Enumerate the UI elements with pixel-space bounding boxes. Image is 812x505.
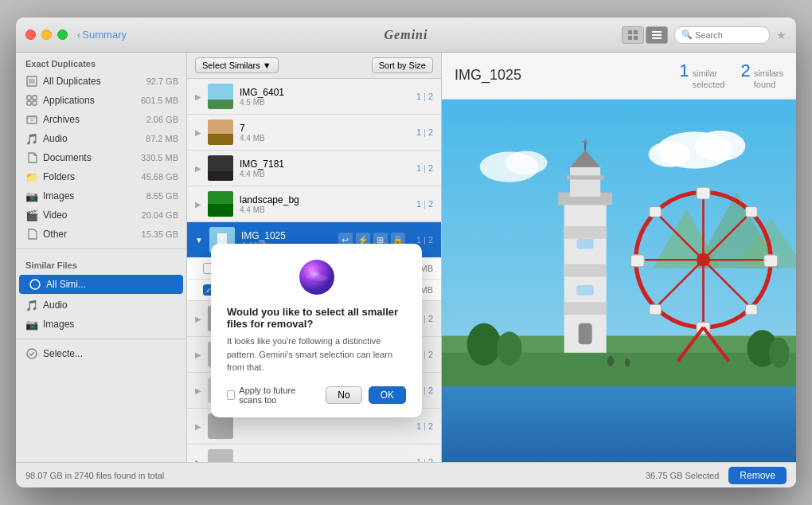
file-num2[interactable]: 2 [428, 235, 433, 245]
svg-rect-14 [33, 101, 37, 105]
images-similar-label: Images [43, 319, 178, 330]
sidebar-item-all-duplicates[interactable]: All Duplicates 92.7 GB [16, 72, 186, 91]
file-info-img7181: IMG_7181 4.4 MB [240, 159, 410, 178]
preview-stats: 1 similar selected 2 similars found [679, 61, 783, 91]
dialog-title: Would you like to select all smaller fil… [227, 306, 406, 330]
sidebar-item-audio-similar[interactable]: 🎵 Audio [16, 296, 186, 315]
archives-size: 2.06 GB [146, 115, 178, 124]
list-view-button[interactable] [646, 26, 668, 44]
middle-panel: Select Similars ▼ Sort by Size ▶ [187, 53, 442, 462]
svg-rect-16 [27, 116, 37, 119]
audio-size: 87.2 MB [146, 134, 178, 143]
file-num1[interactable]: 1 [416, 163, 421, 173]
all-duplicates-icon [25, 75, 38, 88]
file-num2[interactable]: 2 [428, 199, 433, 209]
file-num1[interactable]: 1 [416, 127, 421, 137]
sidebar-item-all-similar[interactable]: All Simi... [19, 275, 183, 294]
traffic-lights [25, 29, 68, 40]
svg-rect-66 [764, 254, 778, 266]
apply-future-scans-label: Apply to future scans too [239, 386, 319, 405]
sidebar-item-selected[interactable]: Selecte... [16, 344, 186, 363]
dialog-ok-button[interactable]: OK [369, 386, 406, 404]
file-info-img6401: IMG_6401 4.5 MB [240, 87, 410, 107]
file-thumbnail-7 [208, 119, 233, 145]
svg-point-34 [695, 131, 746, 161]
stat-label-1: similar selected [692, 68, 724, 91]
svg-rect-67 [650, 206, 662, 217]
file-group-header-img6401[interactable]: ▶ IMG_6401 4.5 MB 1 | 2 [187, 79, 441, 114]
file-size-7: 4.4 MB [240, 134, 410, 143]
exact-duplicates-label: Exact Duplicates [16, 53, 186, 72]
file-nums-extra4: 1 | 2 [416, 421, 433, 431]
sidebar-item-other[interactable]: Other 15.35 GB [16, 225, 186, 244]
svg-rect-47 [564, 302, 607, 315]
sidebar-item-audio[interactable]: 🎵 Audio 87.2 MB [16, 129, 186, 148]
file-group-header-7[interactable]: ▶ 7 4.4 MB 1 | 2 [187, 115, 441, 150]
file-nums-img6401: 1 | 2 [416, 92, 433, 101]
other-label: Other [43, 229, 137, 240]
file-group-img7181: ▶ IMG_7181 4.4 MB 1 | 2 [187, 151, 441, 186]
stat-num-2: 2 [740, 61, 750, 81]
back-button[interactable]: ‹ Summary [77, 29, 127, 41]
svg-rect-1 [634, 30, 638, 34]
svg-rect-68 [745, 206, 757, 217]
file-group-header-img7181[interactable]: ▶ IMG_7181 4.4 MB 1 | 2 [187, 151, 441, 186]
svg-rect-4 [652, 31, 662, 33]
file-group-header-extra5[interactable]: ▶ 1 | 2 [187, 444, 441, 462]
file-num2[interactable]: 2 [428, 92, 433, 101]
sidebar-item-images[interactable]: 📷 Images 8.55 GB [16, 186, 186, 206]
grid-view-button[interactable] [622, 26, 644, 44]
sidebar-item-documents[interactable]: Documents 330.5 MB [16, 148, 186, 167]
dialog-no-button[interactable]: No [326, 386, 361, 404]
archives-icon [25, 113, 38, 126]
back-label: Summary [82, 29, 127, 41]
sidebar-item-archives[interactable]: Archives 2.06 GB [16, 110, 186, 129]
svg-rect-55 [577, 238, 594, 249]
similar-files-label: Similar Files [16, 254, 186, 273]
svg-rect-3 [634, 36, 638, 40]
file-size-img7181: 4.4 MB [240, 170, 410, 178]
apply-future-scans-checkbox[interactable] [227, 390, 235, 400]
folders-icon: 📁 [25, 170, 38, 183]
sidebar-item-folders[interactable]: 📁 Folders 45.68 GB [16, 167, 186, 186]
file-num1[interactable]: 1 [416, 199, 421, 209]
file-group-landscape: ▶ landscape_bg 4.4 MB 1 | 2 [187, 186, 441, 222]
svg-rect-12 [33, 96, 37, 100]
audio-similar-icon: 🎵 [25, 299, 38, 311]
svg-rect-21 [208, 100, 233, 109]
dialog-checkbox-row: Apply to future scans too [227, 386, 319, 405]
close-button[interactable] [25, 29, 36, 40]
svg-rect-45 [564, 225, 607, 238]
all-similar-icon [29, 278, 41, 291]
search-box: 🔍 [674, 26, 770, 44]
file-nums-extra5: 1 | 2 [416, 457, 433, 462]
sidebar-item-video[interactable]: 🎬 Video 20.04 GB [16, 206, 186, 225]
svg-rect-63 [697, 187, 710, 199]
maximize-button[interactable] [57, 29, 68, 40]
sort-button[interactable]: Sort by Size [372, 57, 433, 73]
svg-rect-27 [208, 204, 233, 217]
svg-point-74 [497, 331, 522, 365]
gemini-sphere-icon [298, 258, 336, 296]
sidebar-item-applications[interactable]: Applications 601.5 MB [16, 91, 186, 110]
file-num2[interactable]: 2 [428, 163, 433, 173]
selected-size: 36.75 GB Selected [646, 471, 719, 480]
file-name-img6401: IMG_6401 [240, 87, 410, 98]
remove-button[interactable]: Remove [728, 467, 787, 484]
file-group-header-landscape[interactable]: ▶ landscape_bg 4.4 MB 1 | 2 [187, 186, 441, 221]
file-num1[interactable]: 1 [416, 92, 421, 101]
dialog-footer: Apply to future scans too No OK [227, 386, 406, 405]
sidebar-item-images-similar[interactable]: 📷 Images [16, 315, 186, 334]
middle-toolbar: Select Similars ▼ Sort by Size [187, 53, 441, 79]
select-similars-button[interactable]: Select Similars ▼ [195, 57, 279, 73]
selected-icon [25, 347, 38, 360]
dialog-body: It looks like you're following a distinc… [227, 335, 406, 374]
file-info-landscape: landscape_bg 4.4 MB [240, 194, 410, 214]
svg-rect-2 [628, 36, 632, 40]
app-title: Gemini [385, 28, 428, 42]
minimize-button[interactable] [41, 29, 52, 40]
applications-label: Applications [43, 95, 136, 106]
search-input[interactable] [695, 30, 767, 40]
bookmark-button[interactable]: ★ [776, 29, 787, 41]
file-num2[interactable]: 2 [428, 127, 433, 137]
